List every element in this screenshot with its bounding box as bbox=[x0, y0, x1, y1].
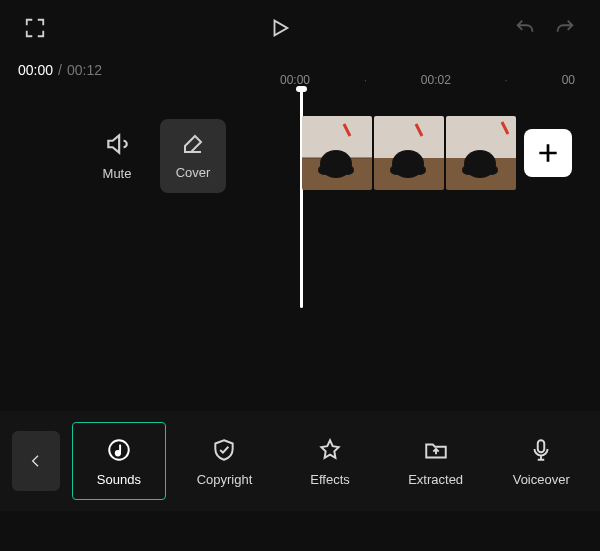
fullscreen-button[interactable] bbox=[20, 13, 50, 43]
ruler-tick: 00:00 bbox=[280, 73, 310, 87]
svg-rect-17 bbox=[538, 440, 545, 452]
timecode-current: 00:00 bbox=[18, 62, 53, 78]
undo-button[interactable] bbox=[510, 13, 540, 43]
add-clip-button[interactable] bbox=[524, 129, 572, 177]
tool-sounds[interactable]: Sounds bbox=[72, 422, 166, 500]
redo-button[interactable] bbox=[550, 13, 580, 43]
svg-point-13 bbox=[462, 165, 474, 175]
tool-label: Extracted bbox=[408, 472, 463, 487]
timecode-duration: 00:12 bbox=[67, 62, 102, 78]
star-icon bbox=[317, 436, 343, 464]
clip-thumbnail[interactable] bbox=[446, 116, 516, 190]
tool-label: Sounds bbox=[97, 472, 141, 487]
tool-copyright[interactable]: Copyright bbox=[178, 422, 272, 500]
clip-strip[interactable] bbox=[302, 116, 572, 190]
tool-extracted[interactable]: Extracted bbox=[389, 422, 483, 500]
svg-point-8 bbox=[390, 165, 402, 175]
svg-point-14 bbox=[486, 165, 498, 175]
back-button[interactable] bbox=[12, 431, 60, 491]
ruler-tick: 00 bbox=[562, 73, 575, 87]
svg-point-4 bbox=[342, 165, 354, 175]
svg-point-9 bbox=[414, 165, 426, 175]
tool-voiceover[interactable]: Voiceover bbox=[494, 422, 588, 500]
svg-point-3 bbox=[318, 165, 330, 175]
tool-effects[interactable]: Effects bbox=[283, 422, 377, 500]
timecode-separator: / bbox=[58, 62, 62, 78]
mute-label: Mute bbox=[103, 166, 132, 181]
cover-label: Cover bbox=[176, 165, 211, 180]
microphone-icon bbox=[528, 436, 554, 464]
timeline-ruler: 00:00 · 00:02 · 00 bbox=[280, 70, 600, 90]
mute-button[interactable]: Mute bbox=[84, 119, 150, 193]
svg-point-15 bbox=[109, 440, 129, 460]
cover-button[interactable]: Cover bbox=[160, 119, 226, 193]
edit-icon bbox=[181, 132, 205, 159]
clip-thumbnail[interactable] bbox=[302, 116, 372, 190]
tool-label: Voiceover bbox=[513, 472, 570, 487]
ruler-dot: · bbox=[505, 75, 508, 86]
ruler-dot: · bbox=[364, 75, 367, 86]
mute-icon bbox=[104, 131, 130, 160]
music-note-icon bbox=[106, 436, 132, 464]
play-button[interactable] bbox=[265, 13, 295, 43]
timeline[interactable]: Mute Cover bbox=[0, 88, 600, 388]
tool-label: Copyright bbox=[197, 472, 253, 487]
tool-label: Effects bbox=[310, 472, 350, 487]
shield-check-icon bbox=[211, 436, 237, 464]
audio-toolbar: Sounds Copyright Effects Extracted bbox=[0, 411, 600, 511]
folder-icon bbox=[423, 436, 449, 464]
ruler-tick: 00:02 bbox=[421, 73, 451, 87]
svg-point-16 bbox=[116, 451, 120, 455]
clip-thumbnail[interactable] bbox=[374, 116, 444, 190]
